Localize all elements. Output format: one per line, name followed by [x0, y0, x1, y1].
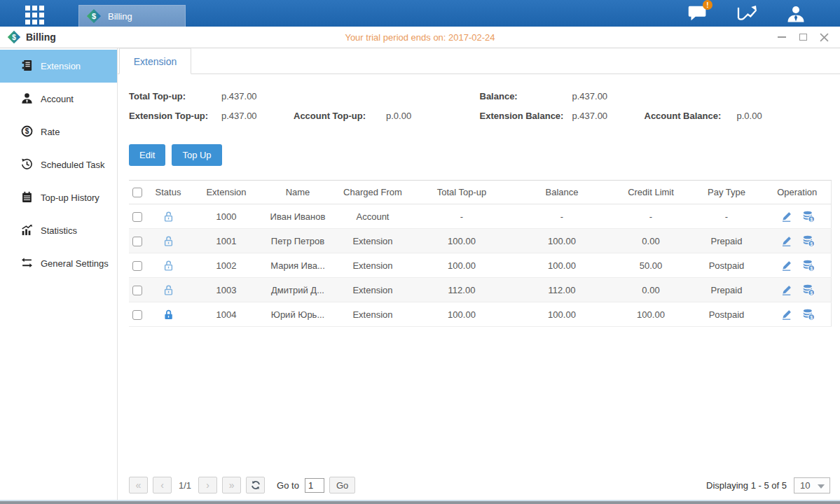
page-size-select[interactable]: 10	[794, 477, 830, 493]
svg-text:$: $	[810, 216, 813, 222]
sidebar-item-statistics[interactable]: Statistics	[0, 214, 117, 247]
cell-credit-limit: 50.00	[612, 253, 689, 278]
sidebar-item-label: Statistics	[41, 225, 77, 236]
scheduled-task-icon	[21, 158, 33, 172]
window-bottom-edge	[0, 501, 840, 504]
user-account-icon[interactable]	[785, 4, 806, 22]
column-header-status: Status	[146, 181, 191, 204]
cell-total-topup: 100.00	[412, 229, 511, 253]
first-page-button[interactable]: «	[129, 477, 148, 493]
sidebar-item-top-up-history[interactable]: Top-up History	[0, 181, 117, 214]
sidebar-item-scheduled-task[interactable]: Scheduled Task	[0, 148, 117, 181]
edit-button[interactable]: Edit	[129, 144, 165, 166]
svg-text:$: $	[810, 241, 813, 246]
top-up-coins-icon[interactable]: $	[802, 309, 814, 321]
column-header-extension: Extension	[191, 181, 262, 204]
column-header-pay-type: Pay Type	[689, 181, 764, 204]
cell-total-topup: 112.00	[412, 278, 511, 302]
cell-name: Юрий Юрь...	[262, 302, 333, 327]
app-menu-grid-icon[interactable]	[25, 6, 44, 24]
sidebar-item-account[interactable]: Account	[0, 83, 117, 115]
svg-text:$: $	[810, 290, 813, 295]
taskbar-billing-tab[interactable]: $ Billing	[78, 5, 186, 27]
table-row-extension-1000: 1000Иван ИвановAccount----$	[129, 204, 831, 229]
minimize-icon[interactable]	[777, 32, 787, 42]
tab-extension[interactable]: Extension	[119, 48, 191, 74]
cell-extension: 1003	[191, 278, 262, 302]
edit-pencil-icon[interactable]	[780, 309, 792, 321]
column-header-total-top-up: Total Top-up	[412, 181, 511, 204]
sidebar-item-label: Top-up History	[41, 192, 99, 203]
sidebar-item-label: Rate	[41, 127, 60, 137]
cell-name: Дмитрий Д...	[262, 278, 333, 302]
top-up-button[interactable]: Top Up	[172, 144, 221, 166]
top-up-coins-icon[interactable]: $	[802, 235, 814, 247]
top-up-coins-icon[interactable]: $	[802, 260, 814, 272]
goto-page-input[interactable]	[305, 478, 324, 493]
select-all-checkbox[interactable]	[132, 188, 142, 197]
total-topup-value: p.437.00	[221, 91, 294, 102]
refresh-button[interactable]	[246, 477, 265, 493]
top-up-coins-icon[interactable]: $	[802, 211, 814, 223]
row-checkbox[interactable]	[132, 286, 142, 295]
row-checkbox[interactable]	[132, 261, 142, 271]
total-topup-label: Total Top-up:	[129, 91, 221, 102]
balance-label: Balance:	[480, 91, 572, 102]
sidebar-item-general-settings[interactable]: General Settings	[0, 247, 117, 280]
cell-credit-limit: 100.00	[612, 302, 689, 327]
table-row-extension-1001: 1001Петр ПетровExtension100.00100.000.00…	[129, 229, 831, 253]
notifications-chat-icon[interactable]: !	[687, 4, 708, 22]
statistics-chart-icon[interactable]	[736, 4, 757, 22]
top-up-coins-icon[interactable]: $	[802, 284, 814, 296]
cell-name: Мария Ива...	[262, 253, 333, 278]
cell-charged-from: Account	[333, 204, 412, 229]
account-balance-value: p.0.00	[737, 111, 809, 121]
cell-charged-from: Extension	[333, 229, 412, 253]
last-page-button[interactable]: »	[222, 477, 241, 493]
statistics-icon	[21, 224, 33, 238]
edit-pencil-icon[interactable]	[780, 260, 792, 272]
main-panel: Extension Total Top-up:p.437.00 Extensio…	[118, 48, 840, 500]
maximize-icon[interactable]	[798, 32, 808, 42]
displaying-text: Displaying 1 - 5 of 5	[706, 480, 787, 491]
general-settings-icon	[21, 257, 33, 271]
sidebar-item-rate[interactable]: $Rate	[0, 115, 117, 148]
window-header: $ Billing Your trial period ends on: 201…	[0, 27, 840, 48]
edit-pencil-icon[interactable]	[780, 235, 792, 247]
cell-charged-from: Extension	[333, 278, 412, 302]
tab-extension-label: Extension	[134, 56, 177, 67]
close-icon[interactable]	[819, 32, 829, 42]
lock-open-icon	[163, 260, 174, 272]
go-button[interactable]: Go	[329, 477, 355, 493]
column-header-name: Name	[262, 181, 333, 204]
edit-pencil-icon[interactable]	[780, 284, 792, 296]
cell-charged-from: Extension	[333, 302, 412, 327]
svg-text:$: $	[25, 127, 29, 135]
sidebar-item-label: Scheduled Task	[41, 160, 105, 170]
lock-open-icon	[163, 284, 174, 296]
svg-text:$: $	[92, 12, 96, 20]
column-header-balance: Balance	[511, 181, 612, 204]
row-checkbox[interactable]	[132, 310, 142, 320]
cell-extension: 1002	[191, 253, 262, 278]
prev-page-button[interactable]: ‹	[153, 477, 172, 493]
page-indicator: 1/1	[179, 480, 191, 491]
row-checkbox[interactable]	[132, 237, 142, 246]
extension-table: StatusExtensionNameCharged FromTotal Top…	[129, 180, 832, 327]
svg-text:$: $	[810, 314, 813, 320]
table-row-extension-1002: 1002Мария Ива...Extension100.00100.0050.…	[129, 253, 831, 278]
next-page-button[interactable]: ›	[198, 477, 217, 493]
account-balance-label: Account Balance:	[645, 111, 737, 121]
tab-strip: Extension	[118, 48, 840, 74]
row-checkbox[interactable]	[132, 212, 142, 222]
cell-total-topup: 100.00	[412, 253, 511, 278]
billing-diamond-icon: $	[86, 8, 102, 24]
lock-open-icon	[163, 235, 174, 247]
sidebar-item-extension[interactable]: Extension	[0, 50, 117, 83]
cell-balance: 100.00	[511, 253, 612, 278]
cell-balance: 100.00	[511, 302, 612, 327]
lock-open-icon	[163, 211, 174, 223]
cell-pay-type: Prepaid	[689, 278, 764, 302]
cell-extension: 1000	[191, 204, 262, 229]
edit-pencil-icon[interactable]	[780, 211, 792, 223]
